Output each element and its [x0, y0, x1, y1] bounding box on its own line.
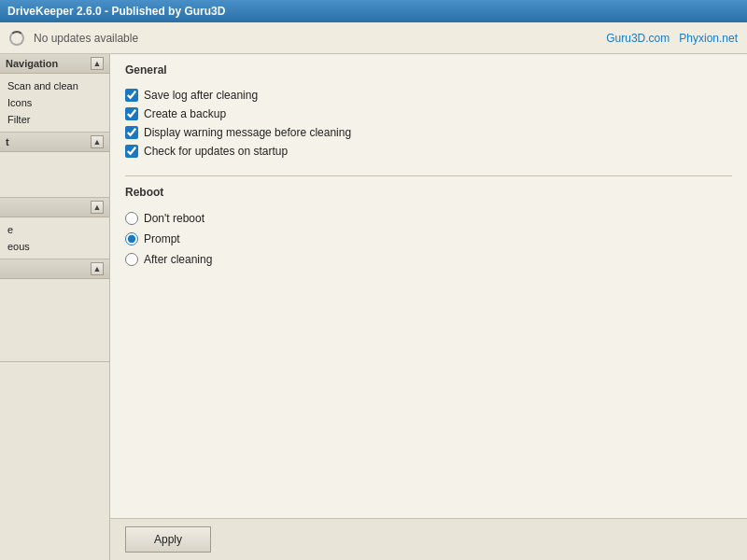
top-bar: No updates available Guru3D.com Phyxion.… — [0, 22, 747, 54]
reboot-section: Reboot Don't reboot Prompt After cleanin… — [125, 186, 732, 270]
check-updates-label: Check for updates on startup — [144, 145, 288, 158]
sidebar-items-2 — [0, 152, 109, 197]
main-panel: General Save log after cleaning Create a… — [110, 54, 747, 560]
sidebar-section-header-4: ▲ — [0, 259, 109, 279]
create-backup-label: Create a backup — [144, 107, 226, 120]
sidebar-section-label-2: t — [6, 136, 9, 147]
apply-button[interactable]: Apply — [125, 526, 211, 553]
title-text: DriveKeeper 2.6.0 - Published by Guru3D — [7, 5, 225, 18]
status-text: No updates available — [34, 32, 138, 45]
collapse-section2-btn[interactable]: ▲ — [91, 135, 104, 148]
sidebar-section-2: t ▲ — [0, 133, 109, 198]
title-bar: DriveKeeper 2.6.0 - Published by Guru3D — [0, 0, 747, 22]
no-reboot-label: Don't reboot — [144, 212, 204, 225]
sidebar-items-4 — [0, 279, 109, 361]
section-divider — [125, 175, 732, 176]
sidebar-section-label-navigation: Navigation — [6, 58, 58, 69]
save-log-checkbox[interactable] — [125, 89, 138, 102]
sidebar-item-scan-clean[interactable]: Scan and clean — [0, 77, 109, 94]
main-container: No updates available Guru3D.com Phyxion.… — [0, 22, 747, 560]
after-cleaning-radio[interactable] — [125, 253, 138, 266]
prompt-label: Prompt — [144, 232, 180, 245]
check-updates-row: Check for updates on startup — [125, 142, 732, 161]
no-reboot-row: Don't reboot — [125, 208, 732, 229]
display-warning-label: Display warning message before cleaning — [144, 126, 351, 139]
after-cleaning-label: After cleaning — [144, 253, 212, 266]
settings-area: General Save log after cleaning Create a… — [110, 54, 747, 518]
general-label: General — [125, 63, 732, 78]
create-backup-row: Create a backup — [125, 105, 732, 123]
sidebar-section-3: ▲ e eous — [0, 198, 109, 259]
no-reboot-radio[interactable] — [125, 212, 138, 225]
content-area: Navigation ▲ Scan and clean Icons Filter… — [0, 54, 747, 560]
check-updates-checkbox[interactable] — [125, 145, 138, 158]
display-warning-row: Display warning message before cleaning — [125, 123, 732, 142]
collapse-section3-btn[interactable]: ▲ — [91, 201, 104, 214]
sidebar-section-header-navigation: Navigation ▲ — [0, 54, 109, 74]
sidebar-items-3: e eous — [0, 217, 109, 259]
sidebar-item-eous[interactable]: eous — [0, 238, 109, 255]
status-area: No updates available — [9, 31, 138, 46]
sidebar-section-header-2: t ▲ — [0, 133, 109, 152]
collapse-section4-btn[interactable]: ▲ — [91, 262, 104, 275]
bottom-bar: Apply — [110, 518, 747, 560]
save-log-label: Save log after cleaning — [144, 89, 258, 102]
sidebar-item-icons[interactable]: Icons — [0, 94, 109, 111]
save-log-row: Save log after cleaning — [125, 86, 732, 105]
prompt-radio[interactable] — [125, 232, 138, 245]
sidebar-section-4: ▲ — [0, 259, 109, 362]
reboot-label: Reboot — [125, 186, 732, 201]
sidebar-item-e[interactable]: e — [0, 221, 109, 238]
after-cleaning-row: After cleaning — [125, 249, 732, 270]
collapse-navigation-btn[interactable]: ▲ — [91, 57, 104, 70]
create-backup-checkbox[interactable] — [125, 107, 138, 120]
prompt-row: Prompt — [125, 229, 732, 249]
sidebar-item-filter[interactable]: Filter — [0, 111, 109, 128]
guru3d-link[interactable]: Guru3D.com — [606, 32, 669, 45]
phyxion-link[interactable]: Phyxion.net — [679, 32, 738, 45]
general-section: General Save log after cleaning Create a… — [125, 63, 732, 161]
refresh-icon — [9, 31, 24, 46]
sidebar: Navigation ▲ Scan and clean Icons Filter… — [0, 54, 110, 560]
display-warning-checkbox[interactable] — [125, 126, 138, 139]
sidebar-items-navigation: Scan and clean Icons Filter — [0, 74, 109, 132]
top-links: Guru3D.com Phyxion.net — [606, 32, 738, 45]
sidebar-section-navigation: Navigation ▲ Scan and clean Icons Filter — [0, 54, 109, 133]
sidebar-section-header-3: ▲ — [0, 198, 109, 217]
